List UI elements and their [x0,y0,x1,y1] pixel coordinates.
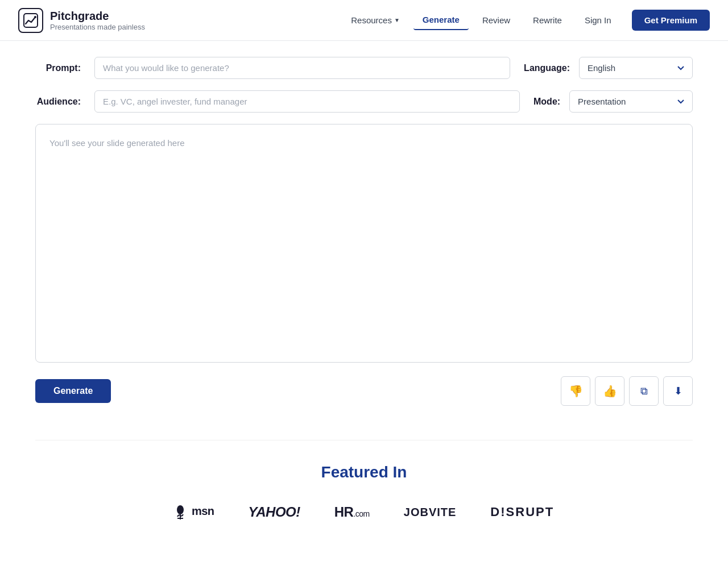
copy-button[interactable]: ⧉ [629,376,659,406]
nav-review[interactable]: Review [473,11,519,30]
featured-logo-yahoo: YAHOO! [249,504,300,520]
main-nav: Resources ▼ Generate Review Rewrite Sign… [342,10,710,31]
prompt-row: Prompt: Language: English Spanish French… [35,57,693,79]
nav-signin[interactable]: Sign In [576,11,621,30]
brand-tagline: Presentations made painless [50,23,145,31]
get-premium-button[interactable]: Get Premium [632,10,710,31]
mode-select[interactable]: Presentation Document Report [569,90,693,113]
svg-rect-0 [24,14,38,27]
featured-logo-msn: msn [174,504,214,520]
logo[interactable]: Pitchgrade Presentations made painless [18,8,145,33]
prompt-input[interactable] [94,57,510,79]
featured-logo-disrupt: D!SRUPT [490,505,554,519]
featured-section: Featured In msn YAHOO! HR.com JOBVITE [35,440,693,543]
copy-icon: ⧉ [640,385,648,397]
featured-title: Featured In [35,463,693,481]
prompt-label: Prompt: [35,63,81,73]
language-select[interactable]: English Spanish French German Chinese [579,57,693,79]
logo-icon [18,8,43,33]
audience-row: Audience: Mode: Presentation Document Re… [35,90,693,113]
slide-output-area: You'll see your slide generated here [35,124,693,363]
mode-label: Mode: [533,97,560,107]
featured-logo-jobvite: JOBVITE [404,506,457,519]
feedback-buttons: 👎 👍 ⧉ ⬇ [561,376,693,406]
thumbs-down-icon: 👎 [569,384,583,398]
action-row: Generate 👎 👍 ⧉ ⬇ [35,376,693,406]
generate-button[interactable]: Generate [35,379,111,403]
audience-input[interactable] [94,90,520,113]
nav-resources[interactable]: Resources ▼ [342,11,409,30]
download-button[interactable]: ⬇ [663,376,693,406]
chevron-down-icon: ▼ [394,17,400,23]
language-group: Language: English Spanish French German … [524,57,693,79]
like-button[interactable]: 👍 [595,376,624,406]
nav-rewrite[interactable]: Rewrite [524,11,571,30]
featured-logo-hr: HR.com [334,504,370,520]
thumbs-up-icon: 👍 [603,384,617,398]
audience-label: Audience: [35,97,81,107]
featured-logos: msn YAHOO! HR.com JOBVITE D!SRUPT [35,504,693,520]
mode-group: Mode: Presentation Document Report [533,90,693,113]
brand-name: Pitchgrade [50,10,145,23]
svg-point-1 [34,16,36,18]
nav-generate[interactable]: Generate [413,10,469,30]
brand-text: Pitchgrade Presentations made painless [50,10,145,31]
slide-placeholder-text: You'll see your slide generated here [49,138,184,148]
main-content: Prompt: Language: English Spanish French… [17,41,711,559]
dislike-button[interactable]: 👎 [561,376,590,406]
svg-point-2 [177,505,184,514]
language-label: Language: [524,63,570,73]
header: Pitchgrade Presentations made painless R… [0,0,728,41]
download-icon: ⬇ [674,385,682,397]
